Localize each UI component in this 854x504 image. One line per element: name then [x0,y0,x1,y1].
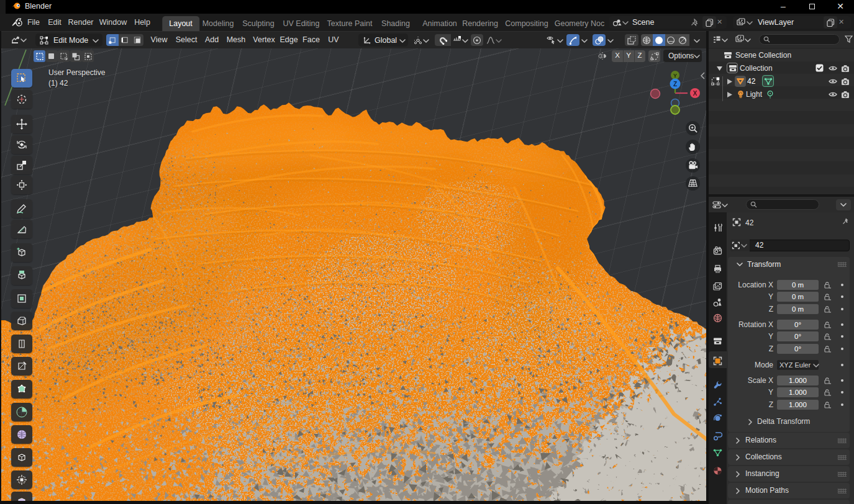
svg-text:X: X [693,90,697,97]
svg-text:Z: Z [673,81,677,88]
svg-text:Y: Y [673,73,677,79]
